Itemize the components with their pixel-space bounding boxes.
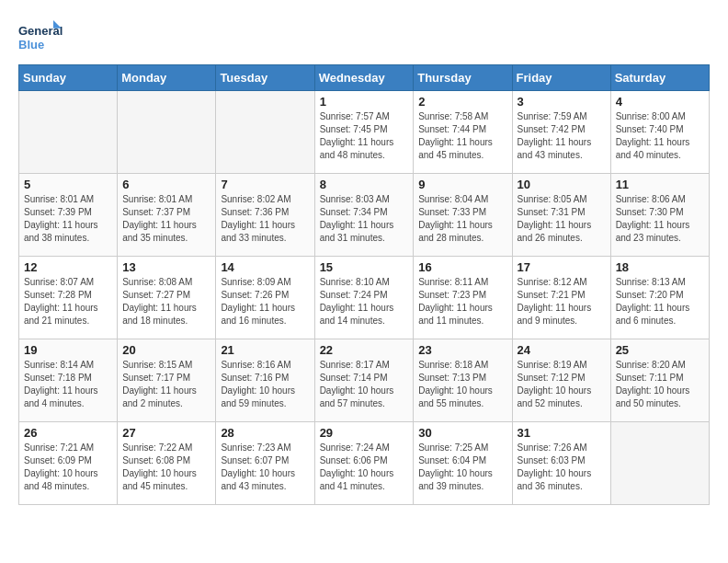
day-number: 24 bbox=[518, 343, 606, 357]
calendar-cell: 4Sunrise: 8:00 AM Sunset: 7:40 PM Daylig… bbox=[610, 91, 709, 174]
calendar-week-1: 5Sunrise: 8:01 AM Sunset: 7:39 PM Daylig… bbox=[19, 174, 710, 257]
day-number: 25 bbox=[616, 343, 704, 357]
weekday-header-thursday: Thursday bbox=[414, 65, 512, 91]
calendar-cell: 22Sunrise: 8:17 AM Sunset: 7:14 PM Dayli… bbox=[314, 339, 414, 422]
day-info: Sunrise: 8:07 AM Sunset: 7:28 PM Dayligh… bbox=[24, 276, 112, 327]
day-number: 20 bbox=[122, 343, 210, 357]
day-info: Sunrise: 8:16 AM Sunset: 7:16 PM Dayligh… bbox=[221, 359, 309, 410]
day-number: 14 bbox=[221, 260, 309, 274]
calendar-week-2: 12Sunrise: 8:07 AM Sunset: 7:28 PM Dayli… bbox=[19, 257, 710, 339]
day-info: Sunrise: 8:18 AM Sunset: 7:13 PM Dayligh… bbox=[418, 359, 506, 410]
day-info: Sunrise: 8:09 AM Sunset: 7:26 PM Dayligh… bbox=[221, 276, 309, 327]
calendar-cell: 1Sunrise: 7:57 AM Sunset: 7:45 PM Daylig… bbox=[314, 91, 414, 174]
day-info: Sunrise: 8:01 AM Sunset: 7:37 PM Dayligh… bbox=[122, 193, 210, 245]
day-info: Sunrise: 7:23 AM Sunset: 6:07 PM Dayligh… bbox=[221, 442, 309, 493]
calendar-cell: 20Sunrise: 8:15 AM Sunset: 7:17 PM Dayli… bbox=[118, 339, 216, 422]
calendar-cell bbox=[610, 422, 709, 505]
weekday-header-row: SundayMondayTuesdayWednesdayThursdayFrid… bbox=[19, 65, 710, 91]
day-info: Sunrise: 7:22 AM Sunset: 6:08 PM Dayligh… bbox=[122, 442, 210, 493]
calendar-cell: 25Sunrise: 8:20 AM Sunset: 7:11 PM Dayli… bbox=[610, 339, 709, 422]
calendar-cell: 2Sunrise: 7:58 AM Sunset: 7:44 PM Daylig… bbox=[414, 91, 512, 174]
calendar-cell: 10Sunrise: 8:05 AM Sunset: 7:31 PM Dayli… bbox=[512, 174, 610, 257]
day-info: Sunrise: 8:13 AM Sunset: 7:20 PM Dayligh… bbox=[616, 276, 704, 327]
calendar-cell: 26Sunrise: 7:21 AM Sunset: 6:09 PM Dayli… bbox=[19, 422, 118, 505]
day-info: Sunrise: 7:25 AM Sunset: 6:04 PM Dayligh… bbox=[418, 442, 506, 493]
day-info: Sunrise: 8:00 AM Sunset: 7:40 PM Dayligh… bbox=[616, 110, 704, 162]
calendar-week-3: 19Sunrise: 8:14 AM Sunset: 7:18 PM Dayli… bbox=[19, 339, 710, 422]
day-info: Sunrise: 8:20 AM Sunset: 7:11 PM Dayligh… bbox=[616, 359, 704, 410]
weekday-header-sunday: Sunday bbox=[19, 65, 118, 91]
calendar-cell: 9Sunrise: 8:04 AM Sunset: 7:33 PM Daylig… bbox=[414, 174, 512, 257]
day-number: 17 bbox=[518, 260, 606, 274]
day-number: 12 bbox=[24, 260, 112, 274]
logo-svg: General Blue bbox=[18, 18, 64, 55]
day-info: Sunrise: 8:15 AM Sunset: 7:17 PM Dayligh… bbox=[122, 359, 210, 410]
weekday-header-friday: Friday bbox=[512, 65, 610, 91]
day-info: Sunrise: 8:04 AM Sunset: 7:33 PM Dayligh… bbox=[418, 193, 506, 245]
day-info: Sunrise: 8:10 AM Sunset: 7:24 PM Dayligh… bbox=[320, 276, 409, 327]
day-info: Sunrise: 8:03 AM Sunset: 7:34 PM Dayligh… bbox=[320, 193, 409, 245]
weekday-header-monday: Monday bbox=[118, 65, 216, 91]
calendar-cell bbox=[118, 91, 216, 174]
day-number: 29 bbox=[320, 426, 409, 440]
day-info: Sunrise: 8:12 AM Sunset: 7:21 PM Dayligh… bbox=[518, 276, 606, 327]
day-number: 21 bbox=[221, 343, 309, 357]
day-number: 27 bbox=[122, 426, 210, 440]
calendar-cell: 18Sunrise: 8:13 AM Sunset: 7:20 PM Dayli… bbox=[610, 257, 709, 339]
day-number: 28 bbox=[221, 426, 309, 440]
calendar-cell: 23Sunrise: 8:18 AM Sunset: 7:13 PM Dayli… bbox=[414, 339, 512, 422]
calendar-cell: 8Sunrise: 8:03 AM Sunset: 7:34 PM Daylig… bbox=[314, 174, 414, 257]
day-info: Sunrise: 8:06 AM Sunset: 7:30 PM Dayligh… bbox=[616, 193, 704, 245]
day-info: Sunrise: 7:57 AM Sunset: 7:45 PM Dayligh… bbox=[320, 110, 409, 162]
day-info: Sunrise: 8:14 AM Sunset: 7:18 PM Dayligh… bbox=[24, 359, 112, 410]
calendar-cell bbox=[19, 91, 118, 174]
day-number: 3 bbox=[518, 95, 606, 109]
calendar-cell: 24Sunrise: 8:19 AM Sunset: 7:12 PM Dayli… bbox=[512, 339, 610, 422]
day-number: 19 bbox=[24, 343, 112, 357]
day-number: 22 bbox=[320, 343, 409, 357]
day-number: 9 bbox=[418, 178, 506, 191]
day-info: Sunrise: 8:05 AM Sunset: 7:31 PM Dayligh… bbox=[518, 193, 606, 245]
day-info: Sunrise: 7:21 AM Sunset: 6:09 PM Dayligh… bbox=[24, 442, 112, 493]
day-info: Sunrise: 7:24 AM Sunset: 6:06 PM Dayligh… bbox=[320, 442, 409, 493]
calendar-cell: 6Sunrise: 8:01 AM Sunset: 7:37 PM Daylig… bbox=[118, 174, 216, 257]
calendar-cell: 5Sunrise: 8:01 AM Sunset: 7:39 PM Daylig… bbox=[19, 174, 118, 257]
day-info: Sunrise: 8:17 AM Sunset: 7:14 PM Dayligh… bbox=[320, 359, 409, 410]
calendar-cell: 29Sunrise: 7:24 AM Sunset: 6:06 PM Dayli… bbox=[314, 422, 414, 505]
day-number: 10 bbox=[518, 178, 606, 191]
day-number: 4 bbox=[616, 95, 704, 109]
calendar-cell: 27Sunrise: 7:22 AM Sunset: 6:08 PM Dayli… bbox=[118, 422, 216, 505]
calendar-cell: 3Sunrise: 7:59 AM Sunset: 7:42 PM Daylig… bbox=[512, 91, 610, 174]
day-number: 16 bbox=[418, 260, 506, 274]
calendar-table: SundayMondayTuesdayWednesdayThursdayFrid… bbox=[18, 64, 710, 505]
logo: General Blue bbox=[18, 18, 64, 55]
day-info: Sunrise: 7:58 AM Sunset: 7:44 PM Dayligh… bbox=[418, 110, 506, 162]
calendar-cell: 11Sunrise: 8:06 AM Sunset: 7:30 PM Dayli… bbox=[610, 174, 709, 257]
calendar-cell bbox=[216, 91, 314, 174]
calendar-cell: 14Sunrise: 8:09 AM Sunset: 7:26 PM Dayli… bbox=[216, 257, 314, 339]
day-number: 6 bbox=[122, 178, 210, 191]
calendar-week-4: 26Sunrise: 7:21 AM Sunset: 6:09 PM Dayli… bbox=[19, 422, 710, 505]
day-number: 13 bbox=[122, 260, 210, 274]
day-number: 5 bbox=[24, 178, 112, 191]
calendar-cell: 13Sunrise: 8:08 AM Sunset: 7:27 PM Dayli… bbox=[118, 257, 216, 339]
day-info: Sunrise: 8:01 AM Sunset: 7:39 PM Dayligh… bbox=[24, 193, 112, 245]
calendar-cell: 15Sunrise: 8:10 AM Sunset: 7:24 PM Dayli… bbox=[314, 257, 414, 339]
day-info: Sunrise: 8:11 AM Sunset: 7:23 PM Dayligh… bbox=[418, 276, 506, 327]
day-number: 2 bbox=[418, 95, 506, 109]
weekday-header-tuesday: Tuesday bbox=[216, 65, 314, 91]
calendar-cell: 31Sunrise: 7:26 AM Sunset: 6:03 PM Dayli… bbox=[512, 422, 610, 505]
day-number: 18 bbox=[616, 260, 704, 274]
weekday-header-saturday: Saturday bbox=[610, 65, 709, 91]
day-number: 15 bbox=[320, 260, 409, 274]
svg-text:Blue: Blue bbox=[18, 38, 44, 52]
weekday-header-wednesday: Wednesday bbox=[314, 65, 414, 91]
day-number: 23 bbox=[418, 343, 506, 357]
day-info: Sunrise: 8:08 AM Sunset: 7:27 PM Dayligh… bbox=[122, 276, 210, 327]
day-number: 31 bbox=[518, 426, 606, 440]
day-info: Sunrise: 7:59 AM Sunset: 7:42 PM Dayligh… bbox=[518, 110, 606, 162]
day-info: Sunrise: 7:26 AM Sunset: 6:03 PM Dayligh… bbox=[518, 442, 606, 493]
calendar-cell: 7Sunrise: 8:02 AM Sunset: 7:36 PM Daylig… bbox=[216, 174, 314, 257]
page-header: General Blue bbox=[18, 18, 710, 55]
day-number: 7 bbox=[221, 178, 309, 191]
